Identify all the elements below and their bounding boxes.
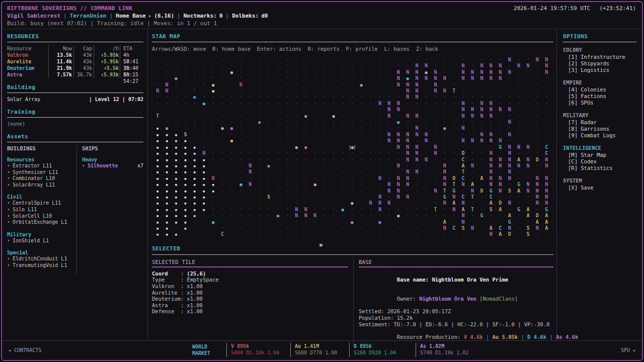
nomad-base[interactable]: N: [514, 163, 523, 169]
empty-space-dot[interactable]: ·: [523, 175, 532, 182]
empty-space-dot[interactable]: ·: [329, 144, 338, 150]
empty-space-dot[interactable]: ·: [505, 194, 514, 200]
nomad-base[interactable]: N: [542, 200, 551, 206]
empty-space-dot[interactable]: ·: [403, 107, 412, 113]
empty-space-dot[interactable]: ·: [514, 231, 523, 237]
empty-space-dot[interactable]: ·: [422, 231, 431, 237]
empty-space-dot[interactable]: ·: [523, 88, 532, 94]
empty-space-dot[interactable]: ·: [477, 225, 486, 231]
empty-space-dot[interactable]: ·: [301, 150, 310, 156]
nomad-base[interactable]: N: [403, 150, 412, 156]
empty-space-dot[interactable]: ·: [514, 82, 523, 88]
empty-space-dot[interactable]: ·: [468, 119, 477, 125]
empty-space-dot[interactable]: ·: [533, 138, 542, 144]
empty-space-dot[interactable]: ·: [384, 169, 393, 175]
empty-space-dot[interactable]: ·: [440, 132, 449, 138]
empty-space-dot[interactable]: ·: [384, 63, 393, 69]
empty-space-dot[interactable]: ·: [227, 57, 236, 63]
empty-space-dot[interactable]: ·: [496, 82, 505, 88]
empty-space-dot[interactable]: ·: [357, 119, 366, 125]
empty-space-dot[interactable]: ·: [487, 82, 496, 88]
empty-space-dot[interactable]: ·: [431, 101, 440, 107]
empty-space-dot[interactable]: ·: [422, 150, 431, 156]
nomad-base[interactable]: N: [487, 75, 496, 81]
own-territory-square[interactable]: ▪: [153, 138, 162, 144]
nomad-base[interactable]: N: [496, 138, 505, 144]
empty-space-dot[interactable]: ·: [319, 169, 329, 175]
empty-space-dot[interactable]: ·: [375, 150, 384, 156]
empty-space-dot[interactable]: ·: [477, 219, 486, 225]
empty-space-dot[interactable]: ·: [199, 225, 208, 231]
empty-space-dot[interactable]: ·: [264, 113, 273, 119]
empty-space-dot[interactable]: ·: [181, 63, 190, 69]
empty-space-dot[interactable]: ·: [283, 207, 292, 213]
empty-space-dot[interactable]: ·: [348, 138, 357, 144]
empty-space-dot[interactable]: ·: [255, 138, 264, 144]
empty-space-dot[interactable]: ·: [514, 69, 523, 75]
empty-space-dot[interactable]: ·: [301, 63, 310, 69]
star-map-grid[interactable]: ······································N·…: [153, 57, 553, 238]
nomad-base[interactable]: N: [533, 200, 542, 206]
empty-space-dot[interactable]: ·: [264, 63, 273, 69]
empty-space-dot[interactable]: ·: [283, 119, 292, 125]
empty-space-dot[interactable]: ·: [440, 231, 449, 237]
empty-space-dot[interactable]: ·: [514, 125, 523, 131]
empty-space-dot[interactable]: ·: [283, 182, 292, 188]
empty-space-dot[interactable]: ·: [181, 75, 190, 81]
empty-space-dot[interactable]: ·: [199, 113, 208, 119]
own-territory-square[interactable]: ▪: [153, 213, 162, 219]
empty-space-dot[interactable]: ·: [292, 82, 301, 88]
empty-space-dot[interactable]: ·: [366, 101, 375, 107]
empty-space-dot[interactable]: ·: [172, 88, 181, 94]
empty-space-dot[interactable]: ·: [384, 144, 393, 150]
empty-space-dot[interactable]: ·: [153, 101, 162, 107]
empty-space-dot[interactable]: ·: [236, 132, 246, 138]
empty-space-dot[interactable]: ·: [162, 119, 171, 125]
empty-space-dot[interactable]: ·: [190, 119, 199, 125]
green-star-dot[interactable]: ●: [208, 82, 217, 88]
empty-space-dot[interactable]: ·: [172, 107, 181, 113]
empty-space-dot[interactable]: ·: [412, 107, 421, 113]
empty-space-dot[interactable]: ·: [218, 200, 227, 206]
empty-space-dot[interactable]: ·: [329, 182, 338, 188]
empty-space-dot[interactable]: ·: [366, 69, 375, 75]
empty-space-dot[interactable]: ·: [199, 213, 208, 219]
map-object-t[interactable]: T: [449, 182, 458, 188]
nomad-base[interactable]: N: [162, 82, 171, 88]
empty-space-dot[interactable]: ·: [514, 94, 523, 100]
empty-space-dot[interactable]: ·: [199, 119, 208, 125]
options-item[interactable]: [R] Statistics: [563, 165, 638, 171]
empty-space-dot[interactable]: ·: [375, 144, 384, 150]
empty-space-dot[interactable]: ·: [422, 213, 431, 219]
map-object-s[interactable]: S: [523, 231, 532, 237]
map-object-c[interactable]: C: [496, 225, 505, 231]
empty-space-dot[interactable]: ·: [208, 101, 217, 107]
own-territory-square[interactable]: ▪: [172, 169, 181, 175]
empty-space-dot[interactable]: ·: [329, 175, 338, 182]
empty-space-dot[interactable]: ·: [292, 107, 301, 113]
empty-space-dot[interactable]: ·: [236, 75, 246, 81]
empty-space-dot[interactable]: ·: [496, 94, 505, 100]
own-territory-square[interactable]: ▪: [153, 207, 162, 213]
empty-space-dot[interactable]: ·: [264, 101, 273, 107]
empty-space-dot[interactable]: ·: [384, 194, 393, 200]
map-object-t[interactable]: T: [468, 194, 477, 200]
empty-space-dot[interactable]: ·: [523, 132, 532, 138]
empty-space-dot[interactable]: ·: [366, 169, 375, 175]
empty-space-dot[interactable]: ·: [338, 75, 347, 81]
empty-space-dot[interactable]: ·: [357, 175, 366, 182]
empty-space-dot[interactable]: ·: [384, 213, 393, 219]
nomad-base[interactable]: N: [477, 75, 486, 81]
options-item[interactable]: [5] Factions: [563, 93, 638, 100]
empty-space-dot[interactable]: ·: [292, 169, 301, 175]
empty-space-dot[interactable]: ·: [199, 94, 208, 100]
empty-space-dot[interactable]: ·: [301, 219, 310, 225]
empty-space-dot[interactable]: ·: [384, 125, 393, 131]
empty-space-dot[interactable]: ·: [190, 132, 199, 138]
empty-space-dot[interactable]: ·: [514, 138, 523, 144]
empty-space-dot[interactable]: ·: [338, 163, 347, 169]
empty-space-dot[interactable]: ·: [338, 150, 347, 156]
nomad-base[interactable]: N: [412, 63, 421, 69]
empty-space-dot[interactable]: ·: [384, 219, 393, 225]
empty-space-dot[interactable]: ·: [181, 82, 190, 88]
